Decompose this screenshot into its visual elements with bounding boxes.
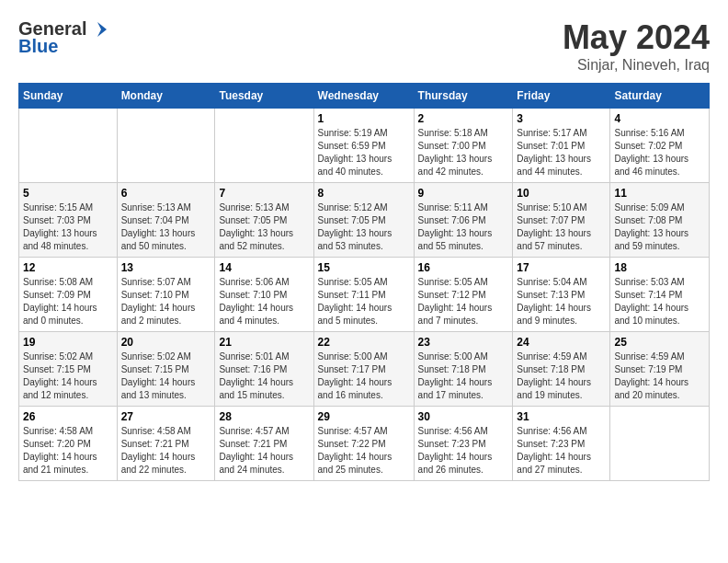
weekday-header-wednesday: Wednesday — [313, 84, 414, 109]
day-number: 1 — [318, 112, 410, 125]
calendar-cell: 2Sunrise: 5:18 AMSunset: 7:00 PMDaylight… — [414, 109, 513, 183]
day-info: Sunrise: 5:07 AMSunset: 7:10 PMDaylight:… — [121, 276, 211, 327]
calendar-cell: 4Sunrise: 5:16 AMSunset: 7:02 PMDaylight… — [610, 109, 710, 183]
calendar-cell: 25Sunrise: 4:59 AMSunset: 7:19 PMDayligh… — [610, 332, 710, 407]
day-number: 6 — [121, 187, 211, 200]
week-row-2: 5Sunrise: 5:15 AMSunset: 7:03 PMDaylight… — [19, 183, 710, 258]
day-number: 8 — [318, 187, 410, 200]
calendar-cell — [215, 109, 313, 183]
day-info: Sunrise: 5:06 AMSunset: 7:10 PMDaylight:… — [219, 276, 309, 327]
day-number: 9 — [418, 187, 509, 200]
day-number: 23 — [418, 336, 509, 349]
day-info: Sunrise: 5:05 AMSunset: 7:11 PMDaylight:… — [318, 276, 410, 327]
day-info: Sunrise: 4:56 AMSunset: 7:23 PMDaylight:… — [418, 425, 509, 477]
logo: General Blue — [18, 18, 107, 57]
day-info: Sunrise: 5:11 AMSunset: 7:06 PMDaylight:… — [418, 201, 509, 253]
calendar-cell: 24Sunrise: 4:59 AMSunset: 7:18 PMDayligh… — [513, 332, 610, 407]
weekday-header-row: SundayMondayTuesdayWednesdayThursdayFrid… — [19, 84, 710, 109]
day-number: 28 — [219, 410, 309, 423]
calendar-cell: 14Sunrise: 5:06 AMSunset: 7:10 PMDayligh… — [215, 258, 313, 332]
logo-blue: Blue — [18, 36, 58, 57]
calendar-cell: 6Sunrise: 5:13 AMSunset: 7:04 PMDaylight… — [117, 183, 215, 258]
day-info: Sunrise: 5:17 AMSunset: 7:01 PMDaylight:… — [517, 127, 606, 178]
day-info: Sunrise: 5:18 AMSunset: 7:00 PMDaylight:… — [418, 127, 509, 178]
day-info: Sunrise: 5:05 AMSunset: 7:12 PMDaylight:… — [418, 276, 509, 327]
calendar-cell: 26Sunrise: 4:58 AMSunset: 7:20 PMDayligh… — [19, 407, 118, 481]
day-number: 25 — [614, 336, 705, 349]
calendar-cell — [610, 407, 710, 481]
calendar-cell: 20Sunrise: 5:02 AMSunset: 7:15 PMDayligh… — [117, 332, 215, 407]
week-row-3: 12Sunrise: 5:08 AMSunset: 7:09 PMDayligh… — [19, 258, 710, 332]
calendar-cell: 8Sunrise: 5:12 AMSunset: 7:05 PMDaylight… — [313, 183, 414, 258]
calendar-cell: 7Sunrise: 5:13 AMSunset: 7:05 PMDaylight… — [215, 183, 313, 258]
day-number: 13 — [121, 261, 211, 274]
day-number: 26 — [23, 410, 113, 423]
calendar-cell: 5Sunrise: 5:15 AMSunset: 7:03 PMDaylight… — [19, 183, 118, 258]
week-row-1: 1Sunrise: 5:19 AMSunset: 6:59 PMDaylight… — [19, 109, 710, 183]
calendar-cell: 1Sunrise: 5:19 AMSunset: 6:59 PMDaylight… — [313, 109, 414, 183]
day-info: Sunrise: 5:00 AMSunset: 7:18 PMDaylight:… — [418, 350, 509, 402]
calendar-cell: 12Sunrise: 5:08 AMSunset: 7:09 PMDayligh… — [19, 258, 118, 332]
calendar-cell: 19Sunrise: 5:02 AMSunset: 7:15 PMDayligh… — [19, 332, 118, 407]
calendar-cell: 28Sunrise: 4:57 AMSunset: 7:21 PMDayligh… — [215, 407, 313, 481]
day-info: Sunrise: 5:19 AMSunset: 6:59 PMDaylight:… — [318, 127, 410, 178]
calendar-cell — [19, 109, 118, 183]
week-row-4: 19Sunrise: 5:02 AMSunset: 7:15 PMDayligh… — [19, 332, 710, 407]
day-number: 16 — [418, 261, 509, 274]
day-info: Sunrise: 4:59 AMSunset: 7:19 PMDaylight:… — [614, 350, 705, 402]
day-info: Sunrise: 4:57 AMSunset: 7:21 PMDaylight:… — [219, 425, 309, 477]
week-row-5: 26Sunrise: 4:58 AMSunset: 7:20 PMDayligh… — [19, 407, 710, 481]
weekday-header-monday: Monday — [117, 84, 215, 109]
day-info: Sunrise: 5:02 AMSunset: 7:15 PMDaylight:… — [23, 350, 113, 402]
day-number: 19 — [23, 336, 113, 349]
month-title: May 2024 — [563, 18, 710, 57]
calendar-cell: 3Sunrise: 5:17 AMSunset: 7:01 PMDaylight… — [513, 109, 610, 183]
day-info: Sunrise: 5:12 AMSunset: 7:05 PMDaylight:… — [318, 201, 410, 253]
day-number: 22 — [318, 336, 410, 349]
day-number: 24 — [517, 336, 606, 349]
day-info: Sunrise: 4:56 AMSunset: 7:23 PMDaylight:… — [517, 425, 606, 477]
day-info: Sunrise: 5:09 AMSunset: 7:08 PMDaylight:… — [614, 201, 705, 253]
calendar-cell: 10Sunrise: 5:10 AMSunset: 7:07 PMDayligh… — [513, 183, 610, 258]
day-number: 29 — [318, 410, 410, 423]
day-info: Sunrise: 5:03 AMSunset: 7:14 PMDaylight:… — [614, 276, 705, 327]
day-number: 30 — [418, 410, 509, 423]
calendar-cell: 18Sunrise: 5:03 AMSunset: 7:14 PMDayligh… — [610, 258, 710, 332]
calendar-cell: 13Sunrise: 5:07 AMSunset: 7:10 PMDayligh… — [117, 258, 215, 332]
day-info: Sunrise: 4:57 AMSunset: 7:22 PMDaylight:… — [318, 425, 410, 477]
location: Sinjar, Nineveh, Iraq — [563, 57, 710, 74]
calendar-cell: 30Sunrise: 4:56 AMSunset: 7:23 PMDayligh… — [414, 407, 513, 481]
calendar-cell: 23Sunrise: 5:00 AMSunset: 7:18 PMDayligh… — [414, 332, 513, 407]
day-info: Sunrise: 5:00 AMSunset: 7:17 PMDaylight:… — [318, 350, 410, 402]
day-number: 27 — [121, 410, 211, 423]
day-info: Sunrise: 4:58 AMSunset: 7:21 PMDaylight:… — [121, 425, 211, 477]
calendar-cell: 16Sunrise: 5:05 AMSunset: 7:12 PMDayligh… — [414, 258, 513, 332]
day-number: 12 — [23, 261, 113, 274]
day-info: Sunrise: 5:13 AMSunset: 7:04 PMDaylight:… — [121, 201, 211, 253]
weekday-header-thursday: Thursday — [414, 84, 513, 109]
calendar-cell: 29Sunrise: 4:57 AMSunset: 7:22 PMDayligh… — [313, 407, 414, 481]
day-number: 5 — [23, 187, 113, 200]
logo-bird-icon — [88, 20, 107, 39]
calendar-cell: 27Sunrise: 4:58 AMSunset: 7:21 PMDayligh… — [117, 407, 215, 481]
calendar-table: SundayMondayTuesdayWednesdayThursdayFrid… — [18, 83, 710, 481]
day-number: 17 — [517, 261, 606, 274]
weekday-header-tuesday: Tuesday — [215, 84, 313, 109]
day-info: Sunrise: 5:10 AMSunset: 7:07 PMDaylight:… — [517, 201, 606, 253]
day-info: Sunrise: 4:58 AMSunset: 7:20 PMDaylight:… — [23, 425, 113, 477]
day-number: 18 — [614, 261, 705, 274]
day-info: Sunrise: 5:02 AMSunset: 7:15 PMDaylight:… — [121, 350, 211, 402]
calendar-cell: 9Sunrise: 5:11 AMSunset: 7:06 PMDaylight… — [414, 183, 513, 258]
day-number: 21 — [219, 336, 309, 349]
calendar-cell: 17Sunrise: 5:04 AMSunset: 7:13 PMDayligh… — [513, 258, 610, 332]
calendar-cell: 21Sunrise: 5:01 AMSunset: 7:16 PMDayligh… — [215, 332, 313, 407]
day-info: Sunrise: 5:01 AMSunset: 7:16 PMDaylight:… — [219, 350, 309, 402]
weekday-header-friday: Friday — [513, 84, 610, 109]
day-number: 14 — [219, 261, 309, 274]
day-number: 20 — [121, 336, 211, 349]
day-number: 10 — [517, 187, 606, 200]
calendar-cell: 31Sunrise: 4:56 AMSunset: 7:23 PMDayligh… — [513, 407, 610, 481]
day-number: 3 — [517, 112, 606, 125]
calendar-cell: 22Sunrise: 5:00 AMSunset: 7:17 PMDayligh… — [313, 332, 414, 407]
day-info: Sunrise: 5:13 AMSunset: 7:05 PMDaylight:… — [219, 201, 309, 253]
